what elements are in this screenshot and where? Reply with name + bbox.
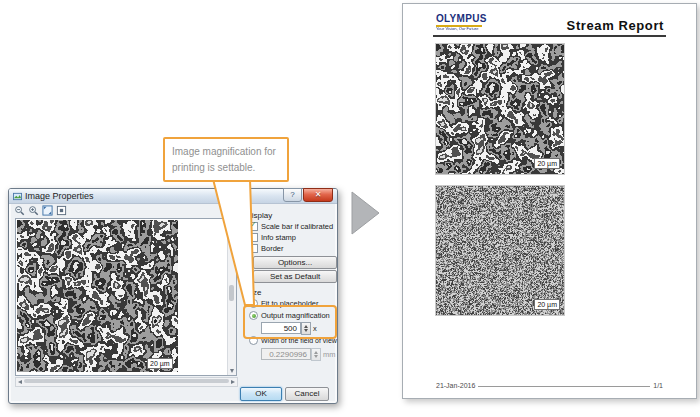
zoom-in-icon[interactable] (28, 205, 39, 216)
checkbox-label: Scale bar if calibrated (261, 222, 333, 231)
ok-button[interactable]: OK (240, 387, 282, 401)
horizontal-scroll-thumb[interactable] (24, 379, 229, 383)
field-width-spinner (311, 348, 321, 361)
size-group-label: Size (246, 288, 262, 297)
radio-label: Width of the field of view (261, 337, 337, 344)
radio-selected-icon[interactable] (249, 311, 258, 320)
scale-bar-label: 20 µm (534, 158, 560, 169)
checkbox-checked-icon[interactable]: ✓ (249, 222, 258, 231)
report-page: OLYMPUS Your Vision, Our Future Stream R… (402, 3, 697, 399)
radio-unselected-icon[interactable] (249, 299, 258, 308)
scroll-left-arrow-icon[interactable] (18, 380, 22, 384)
image-properties-dialog: Image Properties ? ✕ (8, 188, 338, 404)
actual-size-icon[interactable] (56, 205, 67, 216)
scroll-right-arrow-icon[interactable] (231, 380, 235, 384)
report-micrograph-coarse (436, 44, 564, 174)
report-image-2: 20 µm (435, 185, 565, 316)
window-help-button[interactable]: ? (283, 188, 302, 202)
olympus-logo-tagline: Your Vision, Our Future (436, 27, 478, 31)
set-as-default-button[interactable]: Set as Default (253, 270, 337, 283)
spinner-down-icon (314, 355, 318, 358)
radio-output-magnification[interactable]: Output magnification (249, 311, 330, 320)
window-close-button[interactable]: ✕ (303, 188, 333, 202)
radio-label: Output magnification (261, 311, 330, 320)
magnification-unit-label: x (313, 324, 317, 333)
check-icon: ✓ (250, 221, 257, 229)
spinner-down-icon[interactable] (304, 329, 308, 332)
preview-horizontal-scrollbar[interactable] (15, 377, 238, 387)
olympus-logo: OLYMPUS Your Vision, Our Future (436, 14, 498, 33)
fit-to-window-icon[interactable] (42, 205, 53, 216)
zoom-out-icon[interactable] (14, 205, 25, 216)
options-button[interactable]: Options... (253, 256, 337, 269)
spinner-up-icon[interactable] (304, 325, 308, 328)
image-preview-area[interactable]: 20 µm (15, 218, 237, 376)
report-page-number: 1/1 (653, 382, 663, 389)
field-width-unit-label: mm (323, 350, 336, 359)
field-width-input: 0.2290996 (261, 348, 311, 360)
vertical-scroll-thumb[interactable] (229, 285, 234, 301)
checkbox-scale-bar[interactable]: ✓ Scale bar if calibrated (249, 222, 333, 231)
checkbox-unchecked-icon[interactable] (249, 244, 258, 253)
magnification-spinner[interactable] (301, 322, 311, 335)
callout-text: Image magnification for printing is sett… (172, 146, 276, 173)
scale-bar-label: 20 µm (147, 358, 173, 369)
preview-vertical-scrollbar[interactable] (227, 219, 236, 375)
page-background: Image Properties ? ✕ (0, 0, 700, 417)
radio-label: Fit to placeholder (261, 299, 319, 308)
transition-arrow-icon (351, 191, 381, 235)
image-icon (13, 192, 22, 201)
callout: Image magnification for printing is sett… (163, 137, 289, 182)
cancel-button[interactable]: Cancel (285, 387, 329, 401)
report-title: Stream Report (567, 18, 664, 33)
radio-fit-to-placeholder[interactable]: Fit to placeholder (249, 299, 319, 308)
scroll-down-arrow-icon[interactable] (230, 369, 234, 373)
radio-unselected-icon[interactable] (249, 336, 258, 345)
checkbox-label: Border (261, 244, 284, 253)
report-footer: 21-Jan-2016 1/1 (436, 382, 663, 389)
report-micrograph-fine (436, 186, 564, 315)
scroll-up-arrow-icon[interactable] (230, 221, 234, 225)
preview-toolbar (14, 205, 67, 216)
checkbox-unchecked-icon[interactable] (249, 233, 258, 242)
spinner-up-icon (314, 351, 318, 354)
scale-bar-label: 20 µm (534, 299, 560, 310)
checkbox-label: Info stamp (261, 233, 296, 242)
olympus-logo-text: OLYMPUS (436, 14, 498, 24)
radio-width-field-of-view[interactable]: Width of the field of view (249, 336, 337, 345)
dialog-titlebar[interactable]: Image Properties ? ✕ (9, 189, 337, 204)
report-date: 21-Jan-2016 (436, 382, 475, 389)
display-group-label: Display (246, 211, 272, 220)
report-image-1: 20 µm (435, 43, 565, 175)
checkbox-info-stamp[interactable]: Info stamp (249, 233, 296, 242)
report-footer-rule (478, 386, 650, 387)
report-header-rule (433, 35, 666, 37)
dialog-title: Image Properties (25, 191, 94, 201)
preview-micrograph-image (17, 220, 178, 372)
magnification-input[interactable]: 500 (261, 322, 301, 334)
checkbox-border[interactable]: Border (249, 244, 284, 253)
